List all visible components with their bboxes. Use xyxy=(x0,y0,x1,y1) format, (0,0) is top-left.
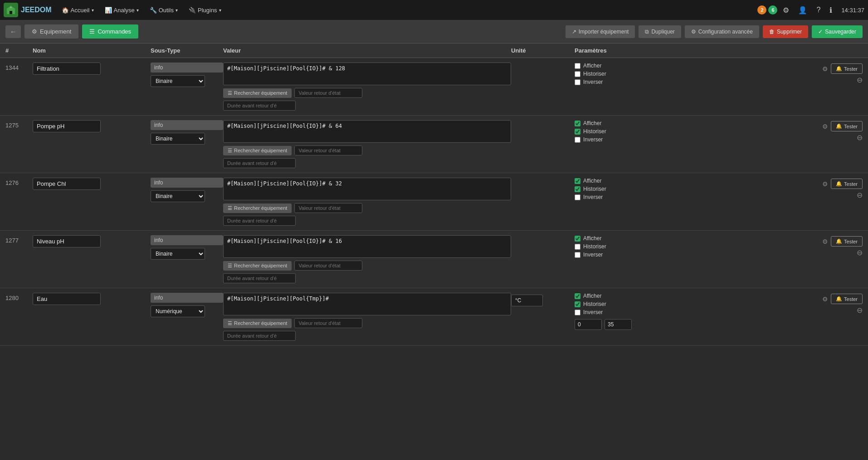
tester-button-1276[interactable]: 🔔 Tester xyxy=(831,179,863,189)
historiser-label-1344[interactable]: Historiser xyxy=(575,71,606,77)
subtype-select-1276[interactable]: Binaire Numérique xyxy=(151,190,205,202)
inverser-label-1275[interactable]: Inverser xyxy=(575,136,606,143)
remove-button-1280[interactable]: ⊖ xyxy=(857,306,863,315)
gear-button-1275[interactable]: ⚙ xyxy=(822,123,828,130)
inverser-label-1280[interactable]: Inverser xyxy=(575,309,606,315)
afficher-label-1276[interactable]: Afficher xyxy=(575,178,606,184)
retour-input-1344[interactable] xyxy=(294,88,362,98)
value-textarea-1344[interactable]: #[Maison][jPiscine][Pool{IO}]# & 128 xyxy=(223,63,511,85)
afficher-check-1280[interactable] xyxy=(575,293,580,299)
value-textarea-1276[interactable]: #[Maison][jPiscine][Pool{IO}]# & 32 xyxy=(223,178,511,200)
inverser-check-1277[interactable] xyxy=(575,252,580,258)
duree-input-1275[interactable] xyxy=(223,158,296,168)
tester-button-1275[interactable]: 🔔 Tester xyxy=(831,121,863,131)
afficher-check-1276[interactable] xyxy=(575,178,580,184)
tab-commands[interactable]: ☰ Commandes xyxy=(82,24,138,39)
import-button[interactable]: ↗ Importer équipement xyxy=(566,25,635,38)
nav-plugins[interactable]: 🔌 Plugins ▾ xyxy=(184,4,226,16)
search-equipment-btn-1276[interactable]: ☰ Rechercher équipement xyxy=(223,203,292,213)
inverser-check-1280[interactable] xyxy=(575,310,580,315)
afficher-check-1344[interactable] xyxy=(575,63,580,69)
gear-button-1280[interactable]: ⚙ xyxy=(822,295,828,303)
max-value-input-1280[interactable] xyxy=(605,319,632,330)
inverser-label-1276[interactable]: Inverser xyxy=(575,194,606,200)
historiser-check-1280[interactable] xyxy=(575,301,580,307)
duree-input-1277[interactable] xyxy=(223,273,296,283)
tab-equipment[interactable]: ⚙ Equipement xyxy=(24,24,78,39)
search-equipment-btn-1275[interactable]: ☰ Rechercher équipement xyxy=(223,146,292,155)
analyse-icon: 📊 xyxy=(105,7,112,14)
back-button[interactable]: ← xyxy=(5,25,21,38)
nav-accueil[interactable]: 🏠 Accueil ▾ xyxy=(57,4,98,16)
duree-input-1280[interactable] xyxy=(223,331,296,341)
name-input-1280[interactable] xyxy=(33,293,101,305)
save-button[interactable]: ✓ Sauvegarder xyxy=(812,25,863,38)
historiser-check-1277[interactable] xyxy=(575,244,580,250)
advanced-config-button[interactable]: ⚙ Configuration avancée xyxy=(685,25,759,38)
min-value-input-1280[interactable] xyxy=(575,319,602,330)
remove-button-1344[interactable]: ⊖ xyxy=(857,76,863,84)
name-input-1277[interactable] xyxy=(33,235,101,247)
tester-button-1280[interactable]: 🔔 Tester xyxy=(831,294,863,304)
name-input-1275[interactable] xyxy=(33,120,101,132)
remove-button-1275[interactable]: ⊖ xyxy=(857,133,863,142)
unit-input-1280[interactable] xyxy=(511,295,543,306)
nav-analyse[interactable]: 📊 Analyse ▾ xyxy=(100,4,143,16)
historiser-label-1276[interactable]: Historiser xyxy=(575,186,606,192)
duplicate-button[interactable]: ⧉ Dupliquer xyxy=(639,25,681,38)
subtype-select-1280[interactable]: Binaire Numérique xyxy=(151,305,205,317)
logo-icon xyxy=(4,3,18,17)
afficher-label-1280[interactable]: Afficher xyxy=(575,293,606,299)
retour-input-1276[interactable] xyxy=(294,203,362,213)
tester-button-1344[interactable]: 🔔 Tester xyxy=(831,63,863,74)
search-equipment-btn-1344[interactable]: ☰ Rechercher équipement xyxy=(223,88,292,98)
inverser-check-1275[interactable] xyxy=(575,137,580,143)
gear-button-1276[interactable]: ⚙ xyxy=(822,180,828,188)
inverser-check-1344[interactable] xyxy=(575,79,580,85)
subtype-select-1275[interactable]: Binaire Numérique xyxy=(151,133,205,145)
retour-input-1280[interactable] xyxy=(294,318,362,328)
afficher-label-1344[interactable]: Afficher xyxy=(575,63,606,69)
historiser-check-1275[interactable] xyxy=(575,129,580,135)
duree-input-1344[interactable] xyxy=(223,101,296,111)
historiser-label-1280[interactable]: Historiser xyxy=(575,301,606,307)
retour-input-1275[interactable] xyxy=(294,145,362,155)
afficher-check-1277[interactable] xyxy=(575,236,580,242)
historiser-label-1275[interactable]: Historiser xyxy=(575,128,606,135)
tester-button-1277[interactable]: 🔔 Tester xyxy=(831,236,863,247)
gear-button-1277[interactable]: ⚙ xyxy=(822,238,828,245)
search-equipment-btn-1277[interactable]: ☰ Rechercher équipement xyxy=(223,261,292,271)
nav-outils[interactable]: 🔧 Outils ▾ xyxy=(145,4,182,16)
inverser-label-1344[interactable]: Inverser xyxy=(575,79,606,85)
retour-input-1277[interactable] xyxy=(294,261,362,271)
value-textarea-1280[interactable]: #[Maison][jPiscine][Pool{Tmp}]# xyxy=(223,293,511,315)
subtype-select-1344[interactable]: Binaire Numérique Autre xyxy=(151,75,205,87)
name-input-1276[interactable] xyxy=(33,178,101,190)
value-textarea-1277[interactable]: #[Maison][jPiscine][Pool{IO}]# & 16 xyxy=(223,235,511,258)
remove-button-1276[interactable]: ⊖ xyxy=(857,191,863,199)
afficher-check-1275[interactable] xyxy=(575,121,580,126)
help-icon[interactable]: ? xyxy=(813,4,824,16)
historiser-label-1277[interactable]: Historiser xyxy=(575,243,606,250)
brand: JEEDOM xyxy=(4,3,52,17)
name-input-1344[interactable] xyxy=(33,63,101,75)
afficher-label-1275[interactable]: Afficher xyxy=(575,120,606,126)
user-icon[interactable]: 👤 xyxy=(795,4,811,16)
gear-button-1344[interactable]: ⚙ xyxy=(822,65,828,73)
historiser-check-1344[interactable] xyxy=(575,71,580,77)
historiser-check-1276[interactable] xyxy=(575,186,580,192)
badge-alerts[interactable]: 6 xyxy=(768,5,777,15)
afficher-label-1277[interactable]: Afficher xyxy=(575,235,606,242)
inverser-check-1276[interactable] xyxy=(575,194,580,200)
delete-button[interactable]: 🗑 Supprimer xyxy=(763,25,808,38)
search-equipment-btn-1280[interactable]: ☰ Rechercher équipement xyxy=(223,319,292,328)
settings-icon[interactable]: ⚙ xyxy=(779,4,793,16)
duree-input-1276[interactable] xyxy=(223,216,296,226)
value-textarea-1275[interactable]: #[Maison][jPiscine][Pool{IO}]# & 64 xyxy=(223,120,511,143)
remove-button-1277[interactable]: ⊖ xyxy=(857,248,863,257)
row-name-col-1277 xyxy=(33,235,151,247)
info-icon[interactable]: ℹ xyxy=(826,4,836,16)
subtype-select-1277[interactable]: Binaire Numérique xyxy=(151,248,205,260)
badge-notifications[interactable]: 2 xyxy=(757,5,766,15)
inverser-label-1277[interactable]: Inverser xyxy=(575,252,606,258)
